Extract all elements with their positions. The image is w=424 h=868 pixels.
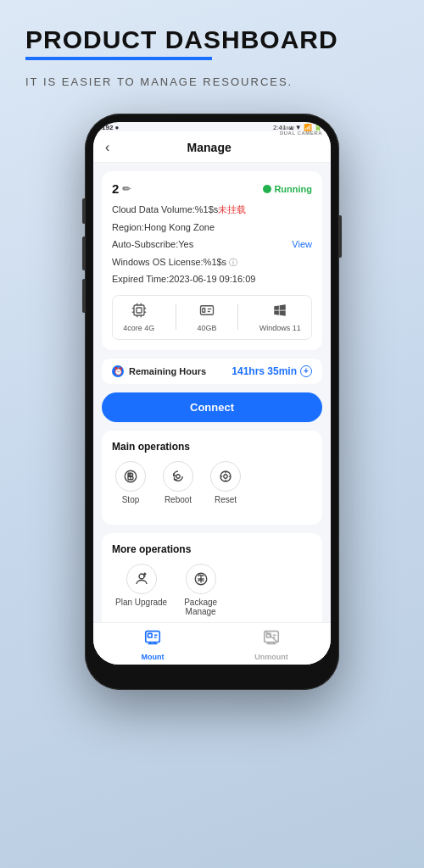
instance-card: 2 ✏ Running Cloud Data Volume:%1$s未挂载 Re… [102, 171, 322, 350]
card-header: 2 ✏ Running [112, 181, 312, 196]
view-link[interactable]: View [292, 237, 312, 252]
phone-vol-up-btn [82, 198, 85, 224]
remaining-hours-row: ⏰ Remaining Hours 141hrs 35min + [102, 359, 322, 384]
add-hours-button[interactable]: + [300, 365, 312, 377]
plan-upgrade-button[interactable]: Plan Upgrade [115, 564, 167, 616]
package-manage-icon [186, 564, 216, 594]
more-ops-card: More operations Plan Upgrade [102, 533, 322, 623]
app-bar-title: Manage [116, 141, 302, 154]
back-button[interactable]: ‹ [105, 140, 109, 155]
cloud-data-row: Cloud Data Volume:%1$s未挂载 [112, 203, 312, 217]
spec-os-label: Windows 11 [259, 324, 301, 332]
nav-mount[interactable]: Mount [93, 628, 212, 661]
stop-icon [115, 461, 146, 492]
phone-device: 24MPDUAL CAMERA 192 ● 2:41 ▲▼ 📶 🔋 ‹ Mana… [85, 114, 339, 690]
reset-button[interactable]: Reset [210, 461, 241, 504]
svg-rect-1 [137, 308, 142, 313]
reboot-button[interactable]: Reboot [163, 461, 193, 504]
svg-point-23 [139, 574, 144, 579]
stop-button[interactable]: Stop [115, 461, 146, 504]
storage-icon [199, 303, 215, 321]
cpu-icon [131, 303, 147, 321]
unmount-icon [262, 628, 281, 651]
phone-vol-down-btn [82, 236, 85, 270]
spec-divider-1 [176, 304, 176, 330]
clock-icon: ⏰ [112, 365, 124, 377]
reset-icon [210, 461, 241, 492]
specs-bar: 4core 4G 40GB [112, 295, 312, 340]
spec-divider-2 [237, 304, 238, 330]
title-underline [25, 57, 212, 60]
status-dot [263, 185, 271, 193]
auto-subscribe-row: Auto-Subscribe:Yes View [112, 237, 312, 252]
mount-label: Mount [142, 653, 165, 661]
connect-button[interactable]: Connect [102, 392, 322, 422]
plan-upgrade-label: Plan Upgrade [115, 598, 167, 607]
status-badge: Running [263, 184, 312, 194]
os-icon [272, 303, 287, 321]
bottom-nav: Mount Unmount [93, 622, 331, 665]
remaining-left: ⏰ Remaining Hours [112, 365, 206, 377]
reset-label: Reset [215, 495, 237, 504]
phone-silent-btn [82, 279, 85, 313]
package-manage-label: PackageManage [184, 598, 217, 616]
plan-upgrade-icon [126, 564, 157, 594]
camera-label: 24MPDUAL CAMERA [280, 125, 322, 136]
screen-content[interactable]: 2 ✏ Running Cloud Data Volume:%1$s未挂载 Re… [93, 163, 331, 622]
spec-cpu-label: 4core 4G [123, 324, 154, 332]
main-ops-card: Main operations [102, 431, 322, 525]
unmount-label: Unmount [254, 653, 288, 661]
region-row: Region:Hong Kong Zone [112, 220, 312, 235]
status-left: 192 ● [102, 124, 119, 131]
reboot-label: Reboot [165, 495, 192, 504]
more-ops-grid: Plan Upgrade PackageManag [112, 564, 312, 616]
spec-cpu: 4core 4G [123, 303, 154, 332]
page-title: PRODUCT DASHBOARD [25, 25, 399, 53]
spec-os: Windows 11 [259, 303, 301, 332]
spec-storage-label: 40GB [197, 324, 216, 332]
svg-rect-0 [134, 305, 144, 315]
edit-icon[interactable]: ✏ [122, 183, 131, 195]
expired-time-row: Expired Time:2023-06-19 09:16:09 [112, 272, 312, 287]
phone-power-btn [339, 215, 342, 258]
main-ops-title: Main operations [112, 441, 312, 453]
header-section: PRODUCT DASHBOARD IT IS EASIER TO MANAGE… [0, 0, 424, 97]
main-ops-grid: Stop Reboot [112, 461, 312, 504]
subtitle: IT IS EASIER TO MANAGE RESOURCES. [25, 75, 399, 88]
spec-storage: 40GB [197, 303, 216, 332]
svg-rect-28 [148, 633, 153, 637]
more-ops-title: More operations [112, 543, 312, 555]
svg-point-16 [176, 474, 181, 478]
help-icon[interactable]: ⓘ [229, 258, 237, 267]
svg-point-18 [224, 474, 228, 478]
remaining-value: 141hrs 35min + [232, 365, 312, 377]
os-license-row: Windows OS License:%1$s ⓘ [112, 255, 312, 270]
package-manage-button[interactable]: PackageManage [184, 564, 217, 616]
reboot-icon [163, 461, 193, 492]
nav-unmount[interactable]: Unmount [212, 628, 331, 661]
svg-rect-11 [203, 308, 205, 312]
stop-label: Stop [122, 495, 140, 504]
mount-icon [143, 628, 162, 651]
cloud-data-value: 未挂载 [218, 204, 246, 214]
instance-id: 2 ✏ [112, 181, 131, 196]
app-bar: ‹ Manage [93, 131, 331, 163]
phone-screen: 192 ● 2:41 ▲▼ 📶 🔋 ‹ Manage 2 ✏ Running [93, 122, 331, 665]
